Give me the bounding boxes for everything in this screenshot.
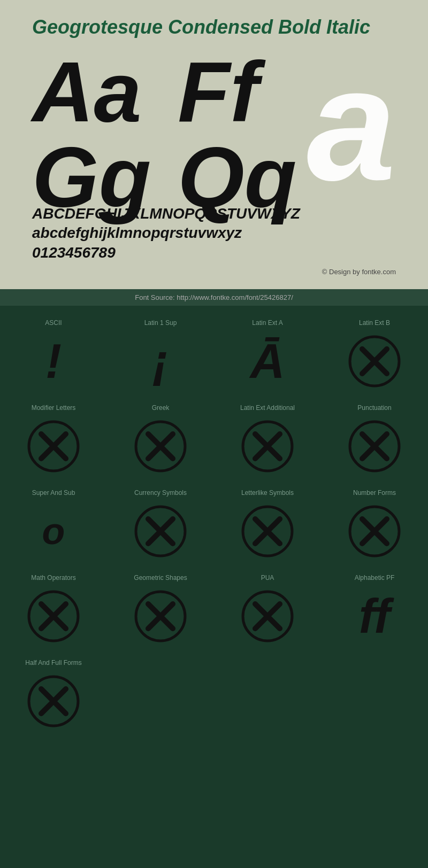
copyright-text: © Design by fontke.com: [32, 268, 396, 278]
grid-cell-geoshapes[interactable]: Geometric Shapes: [114, 566, 208, 651]
grid-row-2: Modifier Letters Greek Latin Ext Addit: [0, 396, 428, 481]
cell-content-mathops: [24, 587, 83, 646]
cell-content-halffull: [24, 672, 83, 731]
grid-cell-latinexta[interactable]: Latin Ext A Ā: [221, 311, 315, 396]
cell-label-latinextadditional: Latin Ext Additional: [240, 404, 295, 413]
xcircle-letterlike: [241, 505, 294, 558]
grid-cell-pua[interactable]: PUA: [221, 566, 315, 651]
cell-content-supersub: o: [24, 502, 83, 561]
grid-row-4: Math Operators Geometric Shapes PUA: [0, 566, 428, 651]
cell-label-alphabeticpf: Alphabetic PF: [355, 574, 395, 583]
cell-content-greek: [131, 417, 190, 476]
grid-cell-greek[interactable]: Greek: [114, 396, 208, 481]
cell-content-punctuation: [345, 417, 404, 476]
xcircle-greek: [134, 420, 187, 473]
char-a-macron: Ā: [250, 337, 285, 385]
cell-label-mathops: Math Operators: [31, 574, 75, 583]
cell-label-ascii: ASCII: [45, 319, 62, 328]
letter-qq: Qq: [178, 135, 296, 220]
cell-content-letterlike: [238, 502, 297, 561]
cell-label-modifier: Modifier Letters: [32, 404, 76, 413]
grid-row-3: Super And Sub o Currency Symbols Letterl…: [0, 481, 428, 566]
cell-content-latinextb: [345, 332, 404, 391]
xcircle-latinextb: [348, 335, 401, 388]
letter-bg-a: a: [307, 44, 396, 204]
char-exclamation: !: [45, 337, 62, 385]
grid-cell-empty1: [114, 651, 208, 736]
cell-label-latin1sup: Latin 1 Sup: [144, 319, 177, 328]
digits: 0123456789: [32, 243, 396, 262]
cell-label-currency: Currency Symbols: [134, 489, 187, 498]
grid-cell-ascii[interactable]: ASCII !: [7, 311, 101, 396]
grid-cell-latinextb[interactable]: Latin Ext B: [328, 311, 422, 396]
grid-cell-modifier[interactable]: Modifier Letters: [7, 396, 101, 481]
xcircle-geoshapes: [134, 590, 187, 643]
letter-aa: Aa: [32, 49, 151, 135]
cell-label-latinexta: Latin Ext A: [252, 319, 282, 328]
grid-cell-latinextadditional[interactable]: Latin Ext Additional: [221, 396, 315, 481]
grid-cell-currency[interactable]: Currency Symbols: [114, 481, 208, 566]
cell-content-pua: [238, 587, 297, 646]
grid-cell-latin1sup[interactable]: Latin 1 Sup ¡: [114, 311, 208, 396]
cell-label-geoshapes: Geometric Shapes: [134, 574, 187, 583]
cell-content-latinextadditional: [238, 417, 297, 476]
cell-label-numberforms: Number Forms: [353, 489, 396, 498]
letter-gg: Gg: [32, 135, 151, 220]
xcircle-latinextadditional: [241, 420, 294, 473]
grid-cell-supersub[interactable]: Super And Sub o: [7, 481, 101, 566]
cell-content-ascii: !: [24, 332, 83, 391]
grid-cell-mathops[interactable]: Math Operators: [7, 566, 101, 651]
big-letters-display: Aa Gg Ff Qq a: [32, 49, 396, 199]
cell-content-alphabeticpf: ff: [345, 587, 404, 646]
alphabet-lower: abcdefghijklmnopqrstuvwxyz: [32, 223, 396, 243]
letter-ff: Ff: [178, 49, 296, 135]
grid-cell-numberforms[interactable]: Number Forms: [328, 481, 422, 566]
cell-content-modifier: [24, 417, 83, 476]
cell-content-geoshapes: [131, 587, 190, 646]
grid-cell-letterlike[interactable]: Letterlike Symbols: [221, 481, 315, 566]
xcircle-halffull: [27, 675, 80, 728]
grid-cell-halffull[interactable]: Half And Full Forms: [7, 651, 101, 736]
cell-label-pua: PUA: [261, 574, 274, 583]
grid-row-1: ASCII ! Latin 1 Sup ¡ Latin Ext A Ā Lati…: [0, 311, 428, 396]
character-grid: ASCII ! Latin 1 Sup ¡ Latin Ext A Ā Lati…: [0, 306, 428, 757]
grid-cell-empty3: [328, 651, 422, 736]
char-ff-ligature: ff: [359, 589, 390, 644]
xcircle-pua: [241, 590, 294, 643]
cell-label-supersub: Super And Sub: [32, 489, 75, 498]
char-o-small: o: [42, 513, 65, 550]
preview-section: Geogrotesque Condensed Bold Italic Aa Gg…: [0, 0, 428, 289]
grid-cell-punctuation[interactable]: Punctuation: [328, 396, 422, 481]
cell-label-letterlike: Letterlike Symbols: [241, 489, 294, 498]
xcircle-modifier: [27, 420, 80, 473]
grid-cell-alphabeticpf[interactable]: Alphabetic PF ff: [328, 566, 422, 651]
xcircle-punctuation: [348, 420, 401, 473]
cell-content-latinexta: Ā: [238, 332, 297, 391]
cell-label-latinextb: Latin Ext B: [359, 319, 390, 328]
xcircle-currency: [134, 505, 187, 558]
grid-cell-empty2: [221, 651, 315, 736]
cell-content-numberforms: [345, 502, 404, 561]
font-source[interactable]: Font Source: http://www.fontke.com/font/…: [0, 289, 428, 306]
grid-row-5: Half And Full Forms: [0, 651, 428, 736]
cell-label-punctuation: Punctuation: [357, 404, 391, 413]
xcircle-numberforms: [348, 505, 401, 558]
cell-content-latin1sup: ¡: [131, 332, 190, 391]
char-inverted-exclamation: ¡: [152, 337, 169, 385]
xcircle-mathops: [27, 590, 80, 643]
cell-label-halffull: Half And Full Forms: [25, 659, 81, 668]
cell-content-currency: [131, 502, 190, 561]
cell-label-greek: Greek: [152, 404, 170, 413]
